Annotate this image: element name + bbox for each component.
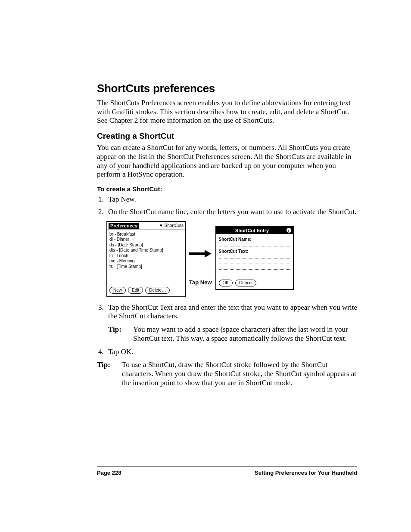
step-1: Tap New. bbox=[106, 195, 357, 204]
document-page: ShortCuts preferences The ShortCuts Pref… bbox=[0, 0, 411, 532]
tip-inline: Tip: You may want to add a space (space … bbox=[108, 325, 357, 343]
shortcut-text-input[interactable] bbox=[219, 254, 290, 258]
shortcut-text-input[interactable] bbox=[219, 265, 290, 270]
preferences-titlebar: Preferences ▼ ShortCuts bbox=[107, 222, 185, 230]
list-item[interactable]: lu - Lunch bbox=[109, 253, 183, 259]
preferences-screen: Preferences ▼ ShortCuts br - Breakfast d… bbox=[106, 221, 186, 297]
figure: Preferences ▼ ShortCuts br - Breakfast d… bbox=[106, 221, 357, 297]
list-item[interactable]: ds - [Date Stamp] bbox=[109, 243, 183, 248]
page-number: Page 228 bbox=[97, 470, 121, 476]
page-footer: Page 228 Setting Preferences for Your Ha… bbox=[97, 467, 357, 476]
tip-label: Tip: bbox=[97, 361, 122, 387]
list-item[interactable]: di - Dinner bbox=[109, 237, 183, 243]
step-4: Tap OK. bbox=[106, 348, 357, 357]
step-3: Tap the ShortCut Text area and enter the… bbox=[106, 303, 357, 321]
edit-button[interactable]: Edit bbox=[128, 287, 143, 294]
howto-heading: To create a ShortCut: bbox=[97, 185, 357, 193]
list-item[interactable]: dts - [Date and Time Stamp] bbox=[109, 248, 183, 253]
steps-list: Tap New. On the ShortCut name line, ente… bbox=[97, 195, 357, 216]
steps-list-continued-2: Tap OK. bbox=[97, 348, 357, 357]
info-icon[interactable]: i bbox=[286, 228, 291, 233]
preferences-button-row: New Edit Delete… bbox=[107, 285, 185, 296]
page-heading: ShortCuts preferences bbox=[97, 82, 357, 95]
ok-button[interactable]: OK bbox=[219, 280, 233, 286]
shortcut-text-input[interactable] bbox=[219, 271, 290, 275]
category-menu-label: ShortCuts bbox=[165, 223, 184, 228]
svg-rect-0 bbox=[189, 252, 205, 255]
new-button[interactable]: New bbox=[109, 287, 126, 294]
shortcut-text-label: ShortCut Text: bbox=[219, 249, 290, 254]
arrow-right-icon bbox=[189, 250, 212, 258]
shortcut-name-label: ShortCut Name: bbox=[219, 237, 290, 242]
tip-label: Tip: bbox=[108, 325, 133, 343]
category-menu[interactable]: ▼ ShortCuts bbox=[159, 223, 184, 228]
shortcut-text-input[interactable] bbox=[219, 259, 290, 264]
step-2: On the ShortCut name line, enter the let… bbox=[106, 208, 357, 217]
tip-text: To use a ShortCut, draw the ShortCut str… bbox=[122, 361, 357, 387]
section-heading-creating: Creating a ShortCut bbox=[97, 131, 357, 141]
list-item[interactable]: me - Meeting bbox=[109, 258, 183, 264]
list-item[interactable]: br - Breakfast bbox=[109, 232, 183, 237]
chevron-down-icon: ▼ bbox=[159, 223, 163, 228]
delete-button[interactable]: Delete… bbox=[145, 287, 170, 294]
svg-marker-1 bbox=[205, 250, 212, 258]
section-body: You can create a ShortCut for any words,… bbox=[97, 143, 357, 179]
chapter-title: Setting Preferences for Your Handheld bbox=[255, 470, 357, 476]
shortcut-entry-dialog: ShortCut Entry i ShortCut Name: ShortCut… bbox=[215, 226, 294, 290]
cancel-button[interactable]: Cancel bbox=[235, 280, 256, 286]
preferences-title: Preferences bbox=[109, 223, 139, 229]
shortcut-list[interactable]: br - Breakfast di - Dinner ds - [Date St… bbox=[107, 230, 185, 285]
dialog-titlebar: ShortCut Entry i bbox=[216, 227, 293, 234]
list-item[interactable]: ts - [Time Stamp] bbox=[109, 264, 183, 270]
intro-paragraph: The ShortCuts Preferences screen enables… bbox=[97, 99, 357, 125]
dialog-button-row: OK Cancel bbox=[216, 278, 293, 289]
dialog-title-text: ShortCut Entry bbox=[218, 228, 286, 233]
tap-new-callout: Tap New bbox=[189, 279, 212, 286]
tip-text: You may want to add a space (space chara… bbox=[133, 325, 357, 343]
shortcut-name-input[interactable] bbox=[219, 242, 290, 246]
dialog-body: ShortCut Name: ShortCut Text: bbox=[216, 234, 293, 278]
figure-connector: Tap New bbox=[189, 250, 212, 286]
steps-list-continued: Tap the ShortCut Text area and enter the… bbox=[97, 303, 357, 321]
tip-block: Tip: To use a ShortCut, draw the ShortCu… bbox=[97, 361, 357, 387]
